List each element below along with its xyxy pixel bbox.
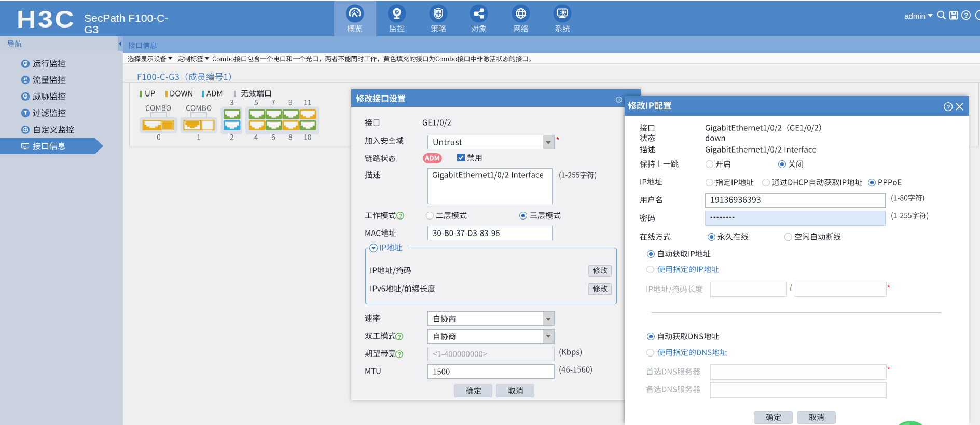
svg-text:?: ? (399, 213, 402, 219)
svg-text:?: ? (398, 333, 401, 339)
svg-text:?: ? (947, 104, 950, 111)
svg-text:?: ? (398, 351, 401, 357)
svg-text:?: ? (964, 12, 969, 19)
svg-text:?: ? (618, 97, 620, 102)
